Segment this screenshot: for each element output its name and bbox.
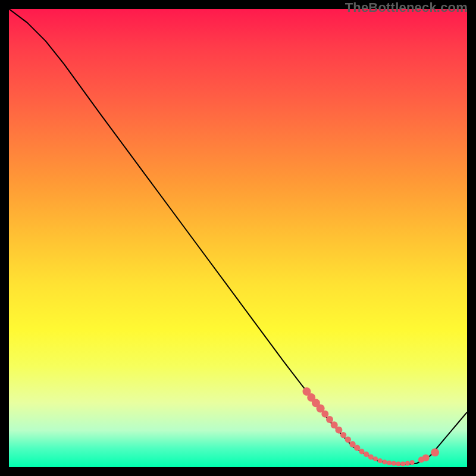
watermark-text: TheBottleneck.com <box>345 0 468 15</box>
chart-stage: TheBottleneck.com <box>0 0 476 476</box>
plot-gradient-background <box>9 9 467 467</box>
